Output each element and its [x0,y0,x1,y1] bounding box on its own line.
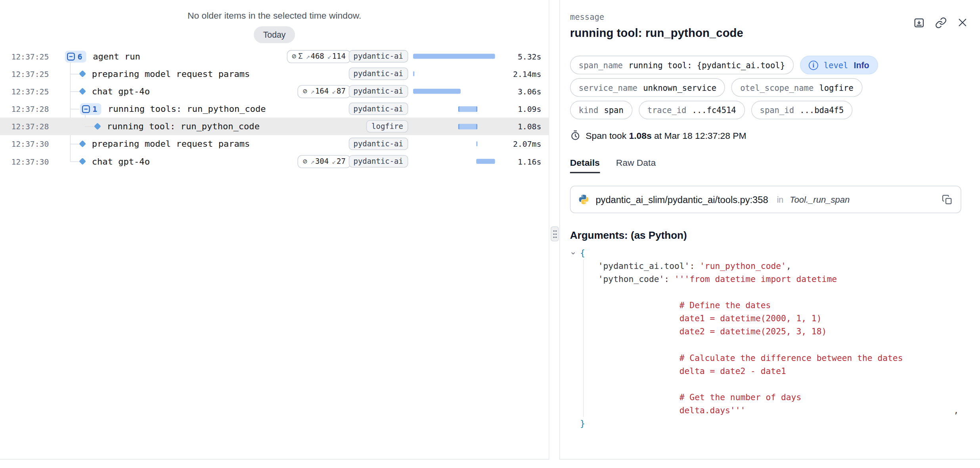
copy-link-button[interactable] [934,16,947,29]
duration: 2.14ms [500,69,541,79]
code-entry-tool: 'pydantic_ai.tool': 'run_python_code', [598,259,961,272]
child-count: 1 [92,104,97,113]
timestamp: 12:37:25 [0,86,55,96]
timestamp: 12:37:30 [0,139,55,149]
input-tokens: 304 [315,157,329,166]
output-tokens-arrow-icon: ↙ [332,87,336,95]
source-file-link[interactable]: pydantic_ai_slim/pydantic_ai/tools.py:35… [595,194,768,205]
span-detail-panel: message running tool: run_python_code [559,0,980,460]
trace-row-running-tools[interactable]: 12:37:28 1 running tools: run_python_cod… [0,100,549,117]
tab-details[interactable]: Details [570,157,600,173]
scope-tag: pydantic-ai [348,50,408,63]
trace-row-preparing-params[interactable]: 12:37:30 preparing model request params … [0,135,549,153]
collapse-json-toggle[interactable] [570,250,580,256]
scope-tag: pydantic-ai [348,103,408,115]
output-tokens: 114 [332,52,346,61]
trace-row-agent-run[interactable]: 12:37:25 6 agent run ⊘ Σ ↗468 ↙114 pydan… [0,48,549,65]
timeline-bar [476,159,495,164]
arguments-heading: Arguments: (as Python) [570,230,961,242]
span-name: running tool: run_python_code [107,121,278,131]
trace-row-chat-gpt4o[interactable]: 12:37:30 chat gpt-4o ⊘ ↗304 ↙27 pydantic… [0,153,549,170]
duration: 3.06s [500,86,541,96]
scope-tag: pydantic-ai [348,85,408,98]
tokens-icon: ⊘ [303,157,307,166]
collapse-toggle[interactable]: 6 [65,50,86,62]
attribute-pill-kind[interactable]: kind span [570,101,632,119]
dock-view-icon [913,17,925,29]
span-name: chat gpt-4o [92,156,278,166]
span-diamond-icon [79,158,86,165]
scope-tag: logfire [367,120,408,133]
duration: 5.32s [500,52,541,61]
child-count: 6 [77,52,82,61]
close-icon [957,17,968,28]
sigma-icon: Σ [298,52,302,61]
copy-source-button[interactable] [941,193,953,206]
timestamp: 12:37:30 [0,157,55,166]
span-timestamp: Mar 18 12:37:28 PM [664,130,746,140]
span-duration: 1.08s [629,130,652,140]
timestamp: 12:37:28 [0,122,55,131]
chevron-down-icon [570,250,576,256]
span-diamond-icon [79,88,86,95]
attribute-pill-level[interactable]: i level Info [800,56,878,74]
duration: 1.09s [500,104,541,113]
tab-raw-data[interactable]: Raw Data [616,157,656,173]
logfire-trace-view: No older items in the selected time wind… [0,0,980,468]
info-icon: i [809,60,818,70]
code-string-line: delta = date2 - date1 [598,364,961,378]
today-button[interactable]: Today [254,26,295,43]
attribute-pill-trace-id[interactable]: trace_id ...fc4514 [639,101,745,119]
span-diamond-icon [94,123,101,130]
attribute-pill-otel-scope[interactable]: otel_scope_name logfire [731,78,862,97]
python-icon [578,194,589,205]
output-tokens-arrow-icon: ↙ [327,52,331,60]
tokens-icon: ⊘ [292,52,296,61]
timeline-bar [413,54,495,59]
duration: 1.16s [500,157,541,166]
token-usage-badge: ⊘ ↗304 ↙27 [298,155,350,168]
collapse-toggle[interactable]: 1 [80,103,101,115]
code-string-line [598,378,961,391]
panel-divider [549,0,559,460]
code-string-line: delta.days''' , [598,404,961,417]
dock-view-button[interactable] [913,16,925,29]
span-diamond-icon [79,140,86,148]
source-frame: Tool._run_span [790,194,850,204]
span-name: chat gpt-4o [92,86,278,96]
input-tokens-arrow-icon: ↗ [310,157,314,165]
code-entry-python-code: 'python_code': '''from datetime import d… [598,272,961,286]
output-tokens-arrow-icon: ↙ [332,157,336,165]
span-name: agent run [93,51,278,61]
scope-tag: pydantic-ai [348,155,408,168]
token-usage-badge: ⊘ Σ ↗468 ↙114 [287,50,350,63]
trace-row-running-tool-selected[interactable]: 12:37:28 running tool: run_python_code l… [0,117,549,135]
trace-rows: 12:37:25 6 agent run ⊘ Σ ↗468 ↙114 pydan… [0,48,549,170]
input-tokens: 164 [315,87,329,96]
attribute-pill-span-id[interactable]: span_id ...bda4f5 [751,101,853,119]
panel-resize-handle[interactable] [551,226,559,242]
copy-icon [942,194,952,205]
trace-row-chat-gpt4o[interactable]: 12:37:25 chat gpt-4o ⊘ ↗164 ↙87 pydantic… [0,82,549,100]
timestamp: 12:37:28 [0,104,55,113]
attribute-pill-span-name[interactable]: span_name running tool: {pydantic_ai.too… [570,56,794,74]
timeline-bar [413,71,414,77]
code-string-line: # Calculate the difference between the d… [598,351,961,364]
span-name: preparing model request params [92,139,278,149]
grip-dots-icon [552,229,557,239]
detail-tabs: Details Raw Data [570,157,961,173]
timeline-track [413,141,495,147]
scope-tag: pydantic-ai [348,67,408,80]
span-name: running tools: run_python_code [108,104,278,114]
attribute-pill-service-name[interactable]: service_name unknown_service [570,78,725,97]
trace-row-preparing-params[interactable]: 12:37:25 preparing model request params … [0,65,549,82]
time-window-notice: No older items in the selected time wind… [0,0,549,21]
span-timing: Span took 1.08s at Mar 18 12:37:28 PM [570,130,961,141]
timestamp: 12:37:25 [0,69,55,79]
close-panel-button[interactable] [956,16,969,29]
timestamp: 12:37:25 [0,52,55,61]
duration: 2.07ms [500,139,541,149]
source-in-label: in [777,195,784,204]
trace-list-panel: No older items in the selected time wind… [0,0,549,460]
duration: 1.08s [500,122,541,131]
